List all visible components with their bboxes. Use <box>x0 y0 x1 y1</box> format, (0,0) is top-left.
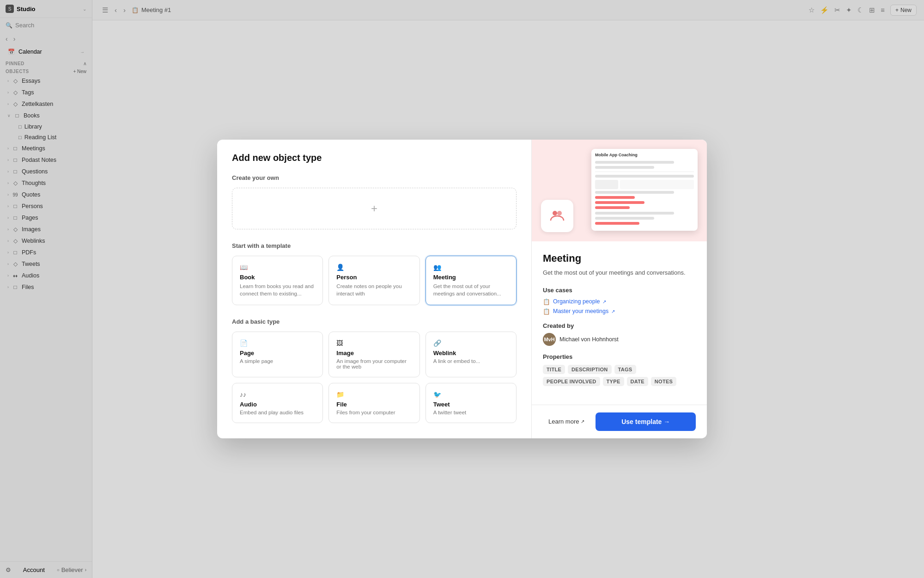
meeting-template-icon: 👥 <box>433 264 509 271</box>
created-by-label: Created by <box>543 322 696 329</box>
prop-notes: NOTES <box>651 377 676 386</box>
weblink-desc: A link or embed to... <box>433 358 509 364</box>
created-by-section: Created by MvH Michael von Hohnhorst <box>543 322 696 346</box>
basic-card-tweet[interactable]: 🐦 Tweet A twitter tweet <box>426 383 517 423</box>
book-template-icon: 📖 <box>240 264 315 271</box>
properties-label: Properties <box>543 353 696 360</box>
page-title: Page <box>240 350 315 357</box>
properties-section: Properties TITLE DESCRIPTION TAGS PEOPLE… <box>543 353 696 386</box>
template-card-person[interactable]: 👤 Person Create notes on people you inte… <box>328 256 419 305</box>
creator-info: MvH Michael von Hohnhorst <box>543 333 696 346</box>
prop-type: TYPE <box>603 377 624 386</box>
file-icon: 📁 <box>336 391 412 398</box>
modal-footer: Learn more ↗ Use template → <box>532 405 707 438</box>
preview-screenshot: Mobile App Coaching <box>591 149 698 231</box>
page-desc: A simple page <box>240 358 315 364</box>
prop-people-involved: PEOPLE INVOLVED <box>543 377 600 386</box>
use-cases-label: Use cases <box>543 287 696 294</box>
basic-type-grid: 📄 Page A simple page 🖼 Image An image fr… <box>232 332 517 423</box>
use-case-master-meetings[interactable]: 📋 Master your meetings ↗ <box>543 308 696 315</box>
image-desc: An image from your computer or the web <box>336 358 412 369</box>
preview-meeting-icon <box>541 200 573 232</box>
file-title: File <box>336 401 412 408</box>
meeting-template-desc: Get the most out of your meetings and co… <box>433 283 509 297</box>
properties-grid: TITLE DESCRIPTION TAGS PEOPLE INVOLVED T… <box>543 365 696 386</box>
use-case-2-label: Master your meetings <box>553 308 608 314</box>
template-card-book[interactable]: 📖 Book Learn from books you read and con… <box>232 256 323 305</box>
doc-icon-1: 📋 <box>543 298 550 305</box>
person-template-desc: Create notes on people you interact with <box>336 283 412 297</box>
modal-right-content: Meeting Get the most out of your meeting… <box>532 241 707 405</box>
meeting-template-title: Meeting <box>433 274 509 281</box>
doc-icon-2: 📋 <box>543 308 550 315</box>
creator-name: Michael von Hohnhorst <box>559 336 619 343</box>
basic-card-page[interactable]: 📄 Page A simple page <box>232 332 323 377</box>
learn-more-button[interactable]: Learn more ↗ <box>543 414 590 429</box>
modal-overlay[interactable]: Add new object type Create your own + St… <box>0 0 924 578</box>
tweet-desc: A twitter tweet <box>433 410 509 415</box>
basic-card-audio[interactable]: ♪♪ Audio Embed and play audio files <box>232 383 323 423</box>
audio-desc: Embed and play audio files <box>240 410 315 415</box>
image-title: Image <box>336 350 412 357</box>
modal-right-panel: Mobile App Coaching <box>531 140 707 438</box>
person-template-title: Person <box>336 274 412 281</box>
use-case-organizing-people[interactable]: 📋 Organizing people ↗ <box>543 298 696 305</box>
learn-more-label: Learn more <box>548 418 579 425</box>
basic-section-label: Add a basic type <box>232 318 517 325</box>
basic-card-weblink[interactable]: 🔗 Weblink A link or embed to... <box>426 332 517 377</box>
templates-section-label: Start with a template <box>232 242 517 249</box>
modal-preview-area: Mobile App Coaching <box>532 140 707 241</box>
book-template-desc: Learn from books you read and connect th… <box>240 283 315 297</box>
create-own-plus-icon: + <box>371 202 377 215</box>
basic-card-file[interactable]: 📁 File Files from your computer <box>328 383 419 423</box>
svg-point-1 <box>557 211 562 215</box>
tweet-title: Tweet <box>433 401 509 408</box>
basic-card-image[interactable]: 🖼 Image An image from your computer or t… <box>328 332 419 377</box>
audio-title: Audio <box>240 401 315 408</box>
page-icon: 📄 <box>240 339 315 347</box>
prop-title: TITLE <box>543 365 565 374</box>
use-template-button[interactable]: Use template → <box>596 412 696 431</box>
prop-description: DESCRIPTION <box>568 365 611 374</box>
svg-point-0 <box>553 211 557 215</box>
weblink-title: Weblink <box>433 350 509 357</box>
book-template-title: Book <box>240 274 315 281</box>
create-own-card[interactable]: + <box>232 188 517 229</box>
modal-left-panel: Add new object type Create your own + St… <box>217 140 531 438</box>
file-desc: Files from your computer <box>336 410 412 415</box>
template-card-meeting[interactable]: 👥 Meeting Get the most out of your meeti… <box>426 256 517 305</box>
use-case-1-label: Organizing people <box>553 298 600 305</box>
template-grid: 📖 Book Learn from books you read and con… <box>232 256 517 305</box>
modal-title: Add new object type <box>232 153 517 163</box>
prop-date: DATE <box>627 377 648 386</box>
learn-more-link-icon: ↗ <box>581 419 584 424</box>
tweet-icon: 🐦 <box>433 391 509 398</box>
create-own-label: Create your own <box>232 174 517 181</box>
audio-icon: ♪♪ <box>240 391 315 398</box>
prop-tags: TAGS <box>614 365 636 374</box>
external-link-icon-1: ↗ <box>602 299 606 304</box>
creator-avatar: MvH <box>543 333 556 346</box>
weblink-icon: 🔗 <box>433 339 509 347</box>
external-link-icon-2: ↗ <box>611 309 615 314</box>
modal-container: Add new object type Create your own + St… <box>217 140 707 438</box>
detail-description: Get the most out of your meetings and co… <box>543 268 696 277</box>
use-template-label: Use template → <box>621 418 670 425</box>
detail-title: Meeting <box>543 252 696 264</box>
person-template-icon: 👤 <box>336 264 412 271</box>
image-icon: 🖼 <box>336 339 412 347</box>
